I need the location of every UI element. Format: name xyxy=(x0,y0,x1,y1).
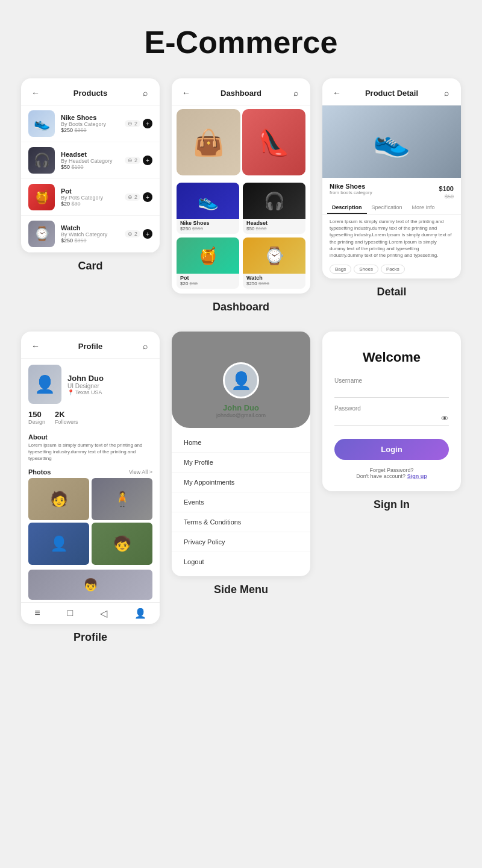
dashboard-search-icon[interactable]: ⌕ xyxy=(290,87,302,99)
card-app-bar: ← Products ⌕ xyxy=(21,78,160,105)
dash-item-watch[interactable]: ⌚ Watch $250 $350 xyxy=(243,237,305,289)
page-title: E-Commerce xyxy=(0,24,482,60)
menu-item-profile[interactable]: My Profile xyxy=(172,453,310,473)
product-item-pot[interactable]: 🍯 Pot By Pots Category $20 $30 ⊖ 2 + xyxy=(21,179,160,216)
tab-more-info[interactable]: More Info xyxy=(407,202,440,214)
card-title: Products xyxy=(74,89,107,98)
menu-item-appointments[interactable]: My Appointments xyxy=(172,473,310,492)
photo-4: 🧒 xyxy=(92,523,152,565)
signup-link[interactable]: Sign up xyxy=(407,473,427,479)
sidemenu-phone: 👤 John Duo johnduo@gmail.com Home My Pro… xyxy=(172,332,310,644)
dash-img-watch: ⌚ xyxy=(243,237,305,274)
tag-shoes[interactable]: Shoes xyxy=(354,265,378,274)
product-info-shoes: Nike Shoes By Boots Category $250 $350 xyxy=(61,114,119,133)
hero-heels: 👠 xyxy=(242,109,306,175)
card-label: Card xyxy=(78,260,102,272)
dashboard-grid: 👟 Nike Shoes $250 $350 🎧 Headset $50 $10… xyxy=(172,178,310,294)
profile-label: Profile xyxy=(74,631,107,644)
dashboard-label: Dashboard xyxy=(213,301,269,313)
toggle-password-icon[interactable]: 👁 xyxy=(441,414,449,423)
add-btn-shoes[interactable]: + xyxy=(143,119,152,128)
side-menu-bg: 👤 John Duo johnduo@gmail.com xyxy=(172,332,310,428)
card-back-icon[interactable]: ← xyxy=(30,87,42,99)
product-actions-headset: ⊖ 2 + xyxy=(125,156,152,165)
profile-user-block: 👤 John Duo UI Designer 📍 Texas USA xyxy=(21,359,160,410)
product-info-pot: Pot By Pots Category $20 $30 xyxy=(61,187,119,207)
detail-tabs: Description Specification More Info xyxy=(322,202,461,215)
profile-back-icon[interactable]: ← xyxy=(30,340,42,352)
stat-followers: 2K Followers xyxy=(55,410,78,425)
photos-grid: 🧑 🧍 👤 🧒 xyxy=(21,478,160,570)
tab-description[interactable]: Description xyxy=(327,202,367,214)
detail-back-icon[interactable]: ← xyxy=(331,87,343,99)
username-label: Username xyxy=(334,377,449,384)
product-item-shoes[interactable]: 👟 Nike Shoes By Boots Category $250 $350… xyxy=(21,105,160,142)
dash-img-pot: 🍯 xyxy=(177,237,239,274)
product-list: 👟 Nike Shoes By Boots Category $250 $350… xyxy=(21,105,160,253)
nav-profile-icon[interactable]: 👤 xyxy=(134,608,146,619)
side-menu-items: Home My Profile My Appointments Events T… xyxy=(172,428,310,576)
tag-packs[interactable]: Packs xyxy=(381,265,405,274)
location-icon: 📍 xyxy=(67,389,74,395)
product-thumb-pot: 🍯 xyxy=(28,184,55,210)
forgot-password-link[interactable]: Forget Password? xyxy=(369,467,413,473)
add-btn-headset[interactable]: + xyxy=(143,156,152,165)
card-search-icon[interactable]: ⌕ xyxy=(139,87,151,99)
tag-bags[interactable]: Bags xyxy=(330,265,351,274)
profile-details: John Duo UI Designer 📍 Texas USA xyxy=(67,374,104,395)
username-input[interactable] xyxy=(334,385,449,398)
detail-description: Lorem Ipsum is simply dummy text of the … xyxy=(322,215,461,262)
menu-item-logout[interactable]: Logout xyxy=(172,552,310,571)
menu-item-home[interactable]: Home xyxy=(172,433,310,453)
password-input-wrap: 👁 xyxy=(334,413,449,426)
profile-search-icon[interactable]: ⌕ xyxy=(139,340,151,352)
row-2: ← Profile ⌕ 👤 John Duo UI Designer 📍 Tex… xyxy=(0,326,482,656)
nav-menu-icon[interactable]: ≡ xyxy=(34,608,40,619)
nav-home-icon[interactable]: □ xyxy=(67,608,73,619)
dash-item-shoes[interactable]: 👟 Nike Shoes $250 $350 xyxy=(177,183,239,234)
signin-ui: Welcome Username Password 👁 Login Forget… xyxy=(322,332,461,491)
signup-prompt: Don't have account? Sign up xyxy=(356,473,427,479)
sidemenu-label: Side Menu xyxy=(214,583,268,596)
nav-back-icon[interactable]: ◁ xyxy=(100,608,107,619)
detail-phone: ← Product Detail ⌕ 👟 Nike Shoes from boo… xyxy=(322,78,461,313)
detail-search-icon[interactable]: ⌕ xyxy=(440,87,452,99)
menu-item-privacy[interactable]: Privacy Policy xyxy=(172,532,310,552)
page-header: E-Commerce xyxy=(0,0,482,66)
profile-stats: 150 Design 2K Followers xyxy=(21,410,160,430)
password-field: Password 👁 xyxy=(334,405,449,426)
detail-ui: ← Product Detail ⌕ 👟 Nike Shoes from boo… xyxy=(322,78,461,278)
detail-product-header: Nike Shoes from boots category $100 $50 xyxy=(322,178,461,202)
menu-item-terms[interactable]: Terms & Conditions xyxy=(172,512,310,532)
dash-img-shoes: 👟 xyxy=(177,183,239,219)
side-user-email: johnduo@gmail.com xyxy=(216,412,266,418)
photo-2: 🧍 xyxy=(92,478,152,520)
stat-design: 150 Design xyxy=(28,410,45,425)
product-actions-shoes: ⊖ 2 + xyxy=(125,119,152,128)
add-btn-pot[interactable]: + xyxy=(143,192,152,202)
detail-title: Product Detail xyxy=(365,89,418,98)
tab-specification[interactable]: Specification xyxy=(367,202,407,214)
view-all-btn[interactable]: View All > xyxy=(129,469,152,475)
dashboard-back-icon[interactable]: ← xyxy=(180,87,192,99)
password-input[interactable] xyxy=(334,413,449,426)
product-item-watch[interactable]: ⌚ Watch By Watch Category $250 $350 ⊖ 2 … xyxy=(21,216,160,253)
product-thumb-watch: ⌚ xyxy=(28,221,55,247)
about-title: About xyxy=(21,430,160,442)
photo-5: 👦 xyxy=(28,570,152,600)
add-btn-watch[interactable]: + xyxy=(143,229,152,239)
profile-title: Profile xyxy=(78,342,102,351)
dash-item-headset[interactable]: 🎧 Headset $50 $100 xyxy=(243,183,305,234)
menu-item-events[interactable]: Events xyxy=(172,492,310,512)
dashboard-hero: 👜 👠 xyxy=(172,105,310,178)
profile-phone: ← Profile ⌕ 👤 John Duo UI Designer 📍 Tex… xyxy=(21,332,160,644)
product-item-headset[interactable]: 🎧 Headset By Headset Category $50 $100 ⊖… xyxy=(21,142,160,179)
card-phone: ← Products ⌕ 👟 Nike Shoes By Boots Categ… xyxy=(21,78,160,313)
login-button[interactable]: Login xyxy=(334,439,449,460)
profile-ui: ← Profile ⌕ 👤 John Duo UI Designer 📍 Tex… xyxy=(21,332,160,624)
detail-hero-img: 👟 xyxy=(322,105,461,178)
profile-bottom-nav: ≡ □ ◁ 👤 xyxy=(21,602,160,624)
photos-header: Photos View All > xyxy=(21,466,160,478)
dashboard-phone: ← Dashboard ⌕ 👜 👠 👟 Nike Shoes $250 $350… xyxy=(172,78,310,313)
dash-item-pot[interactable]: 🍯 Pot $20 $30 xyxy=(177,237,239,289)
